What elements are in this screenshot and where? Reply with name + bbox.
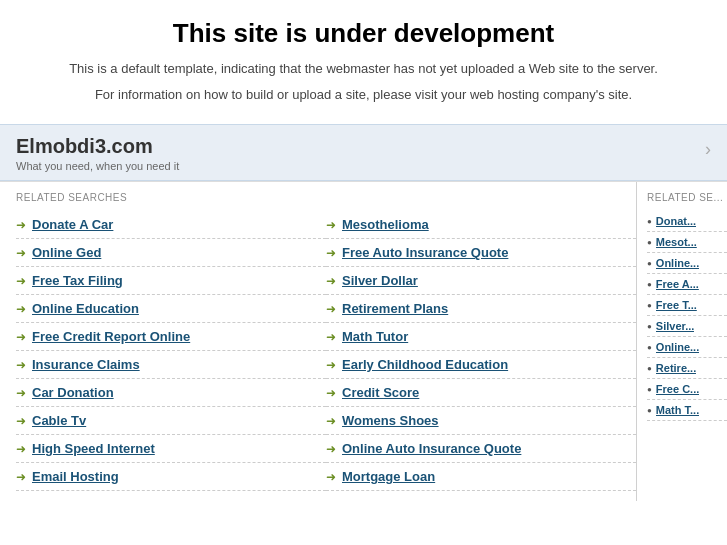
arrow-icon: ➜ bbox=[16, 274, 26, 288]
bullet-icon: ● bbox=[647, 385, 652, 394]
sidebar-item: ●Free A... bbox=[647, 274, 727, 295]
list-item: ➜Silver Dollar bbox=[326, 267, 636, 295]
arrow-icon: ➜ bbox=[326, 442, 336, 456]
bullet-icon: ● bbox=[647, 322, 652, 331]
searches-col-right: ➜Mesothelioma➜Free Auto Insurance Quote➜… bbox=[326, 211, 636, 491]
sidebar-col: ●Donat...●Mesot...●Online...●Free A...●F… bbox=[647, 211, 727, 421]
arrow-icon: ➜ bbox=[326, 246, 336, 260]
list-item: ➜Cable Tv bbox=[16, 407, 326, 435]
search-link[interactable]: Online Education bbox=[32, 301, 139, 316]
left-panel: RELATED SEARCHES ➜Donate A Car➜Online Ge… bbox=[0, 182, 637, 501]
search-link[interactable]: Donate A Car bbox=[32, 217, 113, 232]
arrow-icon: ➜ bbox=[16, 330, 26, 344]
list-item: ➜High Speed Internet bbox=[16, 435, 326, 463]
sidebar-link[interactable]: Silver... bbox=[656, 320, 695, 332]
list-item: ➜Mortgage Loan bbox=[326, 463, 636, 491]
arrow-icon: ➜ bbox=[326, 386, 336, 400]
description-line2: For information on how to build or uploa… bbox=[40, 85, 687, 105]
search-link[interactable]: Credit Score bbox=[342, 385, 419, 400]
sidebar-item: ●Mesot... bbox=[647, 232, 727, 253]
chevron-right-icon: › bbox=[705, 139, 711, 160]
sidebar-link[interactable]: Retire... bbox=[656, 362, 696, 374]
list-item: ➜Email Hosting bbox=[16, 463, 326, 491]
search-link[interactable]: Mortgage Loan bbox=[342, 469, 435, 484]
list-item: ➜Math Tutor bbox=[326, 323, 636, 351]
arrow-icon: ➜ bbox=[326, 330, 336, 344]
list-item: ➜Womens Shoes bbox=[326, 407, 636, 435]
searches-col-left: ➜Donate A Car➜Online Ged➜Free Tax Filing… bbox=[16, 211, 326, 491]
page-title: This site is under development bbox=[40, 18, 687, 49]
sidebar-label: RELATED SE... bbox=[647, 192, 727, 203]
bullet-icon: ● bbox=[647, 280, 652, 289]
bullet-icon: ● bbox=[647, 364, 652, 373]
list-item: ➜Online Auto Insurance Quote bbox=[326, 435, 636, 463]
search-link[interactable]: Online Auto Insurance Quote bbox=[342, 441, 521, 456]
sidebar-item: ●Retire... bbox=[647, 358, 727, 379]
arrow-icon: ➜ bbox=[16, 414, 26, 428]
related-searches-label: RELATED SEARCHES bbox=[16, 192, 636, 203]
search-link[interactable]: Early Childhood Education bbox=[342, 357, 508, 372]
sidebar-link[interactable]: Free A... bbox=[656, 278, 699, 290]
top-section: This site is under development This is a… bbox=[0, 0, 727, 124]
sidebar-item: ●Online... bbox=[647, 253, 727, 274]
sidebar-link[interactable]: Online... bbox=[656, 341, 699, 353]
sidebar-item: ●Online... bbox=[647, 337, 727, 358]
bullet-icon: ● bbox=[647, 238, 652, 247]
arrow-icon: ➜ bbox=[326, 358, 336, 372]
search-link[interactable]: Free Auto Insurance Quote bbox=[342, 245, 508, 260]
sidebar-link[interactable]: Free T... bbox=[656, 299, 697, 311]
arrow-icon: ➜ bbox=[326, 274, 336, 288]
list-item: ➜Free Auto Insurance Quote bbox=[326, 239, 636, 267]
arrow-icon: ➜ bbox=[16, 442, 26, 456]
sidebar-item: ●Donat... bbox=[647, 211, 727, 232]
search-link[interactable]: Retirement Plans bbox=[342, 301, 448, 316]
sidebar-item: ●Silver... bbox=[647, 316, 727, 337]
search-link[interactable]: Car Donation bbox=[32, 385, 114, 400]
search-link[interactable]: Online Ged bbox=[32, 245, 101, 260]
site-name: Elmobdi3.com bbox=[16, 135, 179, 158]
arrow-icon: ➜ bbox=[16, 358, 26, 372]
list-item: ➜Online Ged bbox=[16, 239, 326, 267]
sidebar-link[interactable]: Online... bbox=[656, 257, 699, 269]
description-line1: This is a default template, indicating t… bbox=[40, 59, 687, 79]
sidebar-link[interactable]: Math T... bbox=[656, 404, 699, 416]
search-link[interactable]: Free Credit Report Online bbox=[32, 329, 190, 344]
arrow-icon: ➜ bbox=[16, 470, 26, 484]
arrow-icon: ➜ bbox=[326, 470, 336, 484]
arrow-icon: ➜ bbox=[326, 302, 336, 316]
site-header-left: Elmobdi3.com What you need, when you nee… bbox=[16, 135, 179, 172]
search-link[interactable]: Silver Dollar bbox=[342, 273, 418, 288]
site-tagline: What you need, when you need it bbox=[16, 160, 179, 172]
arrow-icon: ➜ bbox=[16, 218, 26, 232]
sidebar-item: ●Math T... bbox=[647, 400, 727, 421]
main-content: RELATED SEARCHES ➜Donate A Car➜Online Ge… bbox=[0, 181, 727, 501]
list-item: ➜Online Education bbox=[16, 295, 326, 323]
search-link[interactable]: Email Hosting bbox=[32, 469, 119, 484]
search-link[interactable]: Mesothelioma bbox=[342, 217, 429, 232]
search-link[interactable]: Womens Shoes bbox=[342, 413, 439, 428]
search-link[interactable]: Math Tutor bbox=[342, 329, 408, 344]
bullet-icon: ● bbox=[647, 343, 652, 352]
list-item: ➜Free Credit Report Online bbox=[16, 323, 326, 351]
sidebar-item: ●Free C... bbox=[647, 379, 727, 400]
list-item: ➜Early Childhood Education bbox=[326, 351, 636, 379]
arrow-icon: ➜ bbox=[326, 218, 336, 232]
list-item: ➜Retirement Plans bbox=[326, 295, 636, 323]
sidebar-link[interactable]: Mesot... bbox=[656, 236, 697, 248]
bullet-icon: ● bbox=[647, 217, 652, 226]
search-link[interactable]: High Speed Internet bbox=[32, 441, 155, 456]
sidebar-link[interactable]: Donat... bbox=[656, 215, 696, 227]
bullet-icon: ● bbox=[647, 301, 652, 310]
sidebar-item: ●Free T... bbox=[647, 295, 727, 316]
arrow-icon: ➜ bbox=[16, 386, 26, 400]
right-panel: RELATED SE... ●Donat...●Mesot...●Online.… bbox=[637, 182, 727, 501]
list-item: ➜Credit Score bbox=[326, 379, 636, 407]
search-link[interactable]: Insurance Claims bbox=[32, 357, 140, 372]
searches-grid: ➜Donate A Car➜Online Ged➜Free Tax Filing… bbox=[16, 211, 636, 491]
search-link[interactable]: Cable Tv bbox=[32, 413, 86, 428]
arrow-icon: ➜ bbox=[16, 302, 26, 316]
sidebar-link[interactable]: Free C... bbox=[656, 383, 699, 395]
list-item: ➜Car Donation bbox=[16, 379, 326, 407]
search-link[interactable]: Free Tax Filing bbox=[32, 273, 123, 288]
bullet-icon: ● bbox=[647, 259, 652, 268]
